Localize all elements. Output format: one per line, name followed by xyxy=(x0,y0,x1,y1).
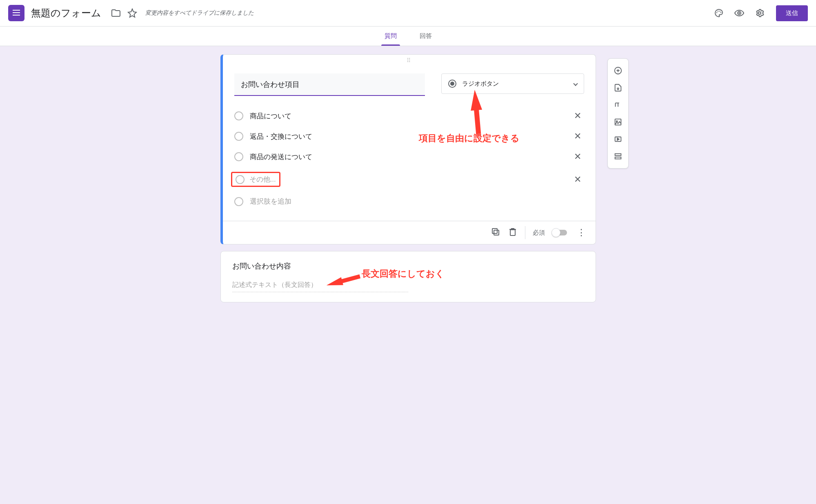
folder-icon[interactable] xyxy=(108,5,124,21)
required-label: 必須 xyxy=(533,229,545,237)
duplicate-icon[interactable] xyxy=(491,227,500,238)
add-option-label: 選択肢を追加 xyxy=(250,197,584,206)
svg-point-4 xyxy=(738,12,740,14)
remove-option-icon[interactable]: ✕ xyxy=(571,174,584,185)
svg-point-0 xyxy=(716,12,717,13)
type-select-label: ラジオボタン xyxy=(462,80,499,88)
add-title-icon[interactable] xyxy=(609,96,627,113)
remove-option-icon[interactable]: ✕ xyxy=(571,151,584,162)
add-video-icon[interactable] xyxy=(609,131,627,148)
star-icon[interactable] xyxy=(124,5,140,21)
svg-rect-12 xyxy=(615,157,621,159)
svg-rect-6 xyxy=(492,229,497,233)
radio-icon xyxy=(236,175,245,184)
option-row-other: その他... ✕ xyxy=(234,167,584,192)
add-question-icon[interactable] xyxy=(609,62,627,79)
question-type-select[interactable]: ラジオボタン xyxy=(441,73,584,94)
svg-point-3 xyxy=(720,12,721,13)
divider xyxy=(525,226,525,239)
svg-point-1 xyxy=(718,11,718,11)
radio-type-icon xyxy=(448,80,456,88)
forms-app-icon[interactable] xyxy=(8,5,24,21)
app-header: 無題のフォーム 変更内容をすべてドライブに保存しました 送信 xyxy=(0,0,816,27)
drag-handle-icon[interactable]: ⠿ xyxy=(223,55,596,64)
radio-icon xyxy=(234,111,243,120)
form-title[interactable]: 無題のフォーム xyxy=(31,7,101,20)
import-questions-icon[interactable] xyxy=(609,79,627,96)
card-footer: 必須 ⋮ xyxy=(223,221,596,244)
radio-icon xyxy=(234,152,243,161)
question2-title: お問い合わせ内容 xyxy=(232,261,584,271)
send-button[interactable]: 送信 xyxy=(776,5,808,21)
highlight-annotation: その他... xyxy=(231,172,280,187)
option-input[interactable]: 返品・交換について xyxy=(250,132,565,141)
svg-point-2 xyxy=(719,11,720,11)
question-card-1: ⠿ ラジオボタン 商品について ✕ 返品・交換について xyxy=(220,54,596,244)
save-status: 変更内容をすべてドライブに保存しました xyxy=(145,9,254,17)
tab-bar: 質問 回答 xyxy=(0,27,816,46)
palette-icon[interactable] xyxy=(711,5,727,21)
other-option-label[interactable]: その他... xyxy=(249,175,276,184)
preview-icon[interactable] xyxy=(731,5,747,21)
settings-icon[interactable] xyxy=(752,5,768,21)
option-row: 返品・交換について ✕ xyxy=(234,126,584,147)
add-image-icon[interactable] xyxy=(609,113,627,131)
radio-icon xyxy=(234,132,243,141)
svg-rect-11 xyxy=(615,154,621,156)
tab-questions[interactable]: 質問 xyxy=(381,27,400,46)
side-toolbar xyxy=(607,58,629,169)
option-row: 商品の発送について ✕ xyxy=(234,147,584,167)
tab-responses[interactable]: 回答 xyxy=(416,27,435,46)
add-section-icon[interactable] xyxy=(609,148,627,165)
remove-option-icon[interactable]: ✕ xyxy=(571,111,584,121)
svg-rect-5 xyxy=(494,230,499,235)
question-title-input[interactable] xyxy=(234,73,425,96)
remove-option-icon[interactable]: ✕ xyxy=(571,131,584,142)
svg-point-9 xyxy=(616,121,617,122)
chevron-down-icon xyxy=(573,81,578,86)
required-toggle[interactable] xyxy=(552,230,567,235)
delete-icon[interactable] xyxy=(508,227,518,238)
add-option-row[interactable]: 選択肢を追加 xyxy=(234,192,584,211)
option-input[interactable]: 商品の発送について xyxy=(250,152,565,162)
question-card-2[interactable]: お問い合わせ内容 記述式テキスト（長文回答） 長文回答にしておく xyxy=(220,251,596,302)
option-row: 商品について ✕ xyxy=(234,106,584,126)
long-answer-placeholder: 記述式テキスト（長文回答） xyxy=(232,281,408,292)
more-options-icon[interactable]: ⋮ xyxy=(574,227,588,238)
radio-icon xyxy=(234,197,243,206)
option-input[interactable]: 商品について xyxy=(250,111,565,121)
